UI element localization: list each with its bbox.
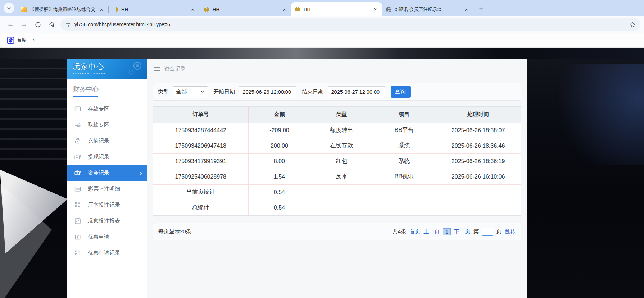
start-date-label: 开始日期: (213, 88, 236, 95)
first-page-link[interactable]: 首页 (409, 228, 420, 235)
project-cell: 系统 (373, 138, 435, 153)
table-row: 1750934287444442 -209.00 额度转出 BB平台 2025-… (153, 123, 521, 138)
promo-apply-icon: ¥ (74, 233, 82, 241)
jump-page-input[interactable] (482, 228, 493, 236)
time-cell: 2025-06-26 18:38:07 (435, 123, 521, 138)
start-date-input[interactable]: 2025-06-26 12:00:00 (239, 86, 296, 97)
sidebar-item-funds-record[interactable]: ¥ 资金记录 › (67, 165, 147, 181)
summary-amount-cell: 0.54 (249, 200, 310, 215)
sidebar-item-label: 取款专区 (88, 122, 109, 128)
sidebar-menu: 存款专区 取款专区 ¥ 充值记录 (67, 97, 147, 261)
site-info-icon (65, 22, 71, 28)
reload-button[interactable] (32, 19, 43, 30)
bookmark-star-icon[interactable] (629, 21, 636, 28)
next-page-link[interactable]: 下一页 (454, 228, 470, 235)
withdraw-icon (74, 121, 82, 129)
search-button[interactable]: 查询 (391, 86, 411, 98)
window-minimize-button[interactable]: — (630, 6, 635, 12)
player-center-card: 玩家中心 PLAYERS CENTER 财务中心 存款专区 (67, 59, 527, 298)
jump-suffix-label: 页 (496, 228, 502, 235)
sidebar-item-promo-record[interactable]: 优惠申请记录 (67, 245, 147, 261)
prev-page-link[interactable]: 上一页 (423, 228, 440, 235)
tab-title: HH (304, 6, 372, 12)
type-cell: 红包 (310, 153, 373, 169)
tab-close-icon[interactable]: × (463, 6, 470, 13)
hamburger-icon (154, 66, 160, 72)
tab-close-icon[interactable]: × (372, 6, 378, 12)
header-project: 项目 (373, 107, 435, 123)
forward-button[interactable]: → (19, 19, 30, 30)
end-date-input[interactable]: 2025-06-27 12:00:00 (328, 86, 385, 97)
main-header: 资金记录 (147, 59, 527, 79)
svg-text:¥: ¥ (76, 172, 78, 175)
sidebar-item-lottery-detail[interactable]: 彩票下注明细 (67, 181, 147, 197)
sidebar-item-hall-bet-record[interactable]: 厅室投注记录 (67, 197, 147, 213)
total-summary-row: 总统计 0.54 (153, 200, 521, 215)
tab-title: :::视讯 会员下注纪录::: (395, 6, 463, 13)
time-cell: 2025-06-26 16:10:06 (435, 169, 521, 184)
tab-hh-active[interactable]: HH × (291, 2, 382, 16)
url-bar[interactable]: yl756.com/hhcp/usercenter.html?iniType=6 (60, 18, 640, 31)
summary-label-cell: 当前页统计 (153, 184, 249, 200)
summary-label-cell: 总统计 (153, 200, 249, 215)
type-label: 类型: (158, 88, 170, 95)
table-row: 1750934206947418 200.00 在线存款 系统 2025-06-… (153, 138, 521, 153)
table-row: 1750925406028978 1.54 反水 BB视讯 2025-06-26… (153, 169, 521, 184)
deposit-icon (74, 105, 82, 113)
jump-button[interactable]: 跳转 (505, 228, 516, 235)
amount-cell: 200.00 (249, 138, 310, 153)
tab-close-icon[interactable]: × (281, 6, 287, 13)
type-select[interactable]: 全部 (173, 86, 208, 97)
tab-forum[interactable]: 【新提醒】海燕策略论坛综合交 × (17, 3, 108, 16)
tab-hh-1[interactable]: HH × (109, 3, 200, 16)
type-cell: 在线存款 (310, 138, 373, 153)
gold-bars-favicon (112, 6, 118, 13)
background-glow (525, 64, 644, 165)
tab-hh-2[interactable]: HH × (200, 3, 291, 16)
gamepad-icon (127, 61, 143, 76)
sidebar-section-title: 财务中心 (67, 79, 147, 93)
tab-close-icon[interactable]: × (190, 6, 196, 13)
sidebar-item-label: 存款专区 (88, 106, 109, 113)
background-streaks (0, 68, 76, 165)
new-tab-button[interactable]: + (476, 4, 486, 14)
sidebar-item-deposit[interactable]: 存款专区 (67, 101, 147, 117)
time-cell: 2025-06-26 18:36:46 (435, 138, 521, 153)
header-amount: 金额 (249, 107, 310, 123)
page-background: 玩家中心 PLAYERS CENTER 财务中心 存款专区 (0, 48, 644, 298)
order-id-cell: 1750934287444442 (153, 123, 249, 138)
bookmark-baidu[interactable]: 百度一下 (5, 36, 38, 45)
sidebar-item-bet-report[interactable]: 玩家投注报表 (67, 213, 147, 229)
home-button[interactable] (46, 19, 57, 30)
forum-favicon (21, 6, 27, 13)
sidebar-item-promo-apply[interactable]: ¥ 优惠申请 (67, 229, 147, 245)
header-type: 类型 (310, 107, 373, 123)
svg-text:¥: ¥ (77, 140, 78, 143)
reload-icon (35, 21, 41, 28)
project-cell: BB平台 (373, 123, 435, 138)
bookmarks-bar: 百度一下 (0, 33, 644, 48)
sidebar-item-recharge-record[interactable]: ¥ 充值记录 (67, 133, 147, 149)
tab-title: 【新提醒】海燕策略论坛综合交 (30, 6, 98, 13)
sidebar-item-label: 充值记录 (88, 138, 109, 145)
back-button[interactable]: ← (5, 19, 16, 30)
jump-prefix-label: 第 (473, 228, 479, 235)
pagination-bar: 每页显示20条 共4条 首页 上一页 1 下一页 第 页 跳转 (153, 223, 521, 240)
sidebar-item-label: 彩票下注明细 (88, 185, 120, 192)
sidebar-item-withdrawal-record[interactable]: 提现记录 (67, 149, 147, 165)
tab-video-records[interactable]: :::视讯 会员下注纪录::: × (382, 3, 473, 16)
type-select-value: 全部 (176, 88, 187, 95)
funds-record-icon: ¥ (74, 169, 82, 177)
sidebar-item-label: 提现记录 (88, 153, 109, 160)
amount-cell: 8.00 (249, 153, 310, 169)
sidebar-item-label: 优惠申请 (88, 234, 109, 240)
amount-cell: 1.54 (249, 169, 310, 184)
lottery-detail-icon (74, 185, 82, 193)
summary-amount-cell: 0.54 (249, 184, 310, 200)
amount-cell: -209.00 (249, 123, 310, 138)
tab-close-icon[interactable]: × (98, 6, 105, 13)
sidebar-item-withdraw[interactable]: 取款专区 (67, 117, 147, 133)
project-cell: 系统 (373, 153, 435, 169)
tab-search-button[interactable] (4, 3, 14, 13)
chevron-down-icon (201, 90, 205, 94)
